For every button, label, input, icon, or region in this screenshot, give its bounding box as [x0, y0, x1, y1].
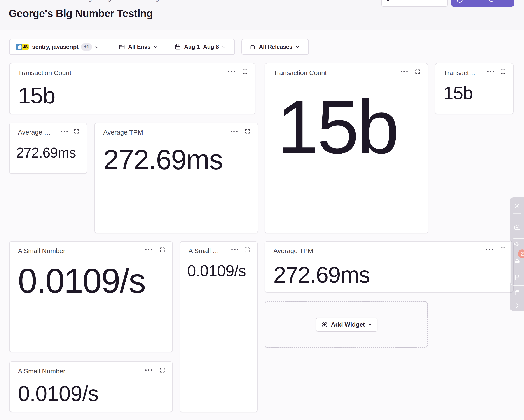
widget-menu-icon[interactable]: [60, 130, 68, 132]
widget-expand-icon[interactable]: [73, 128, 80, 134]
widget-menu-icon[interactable]: [487, 71, 495, 73]
widget-title: Transact…: [444, 69, 475, 77]
widget-value: 0.0109/s: [18, 263, 145, 298]
project-overflow-badge: +1: [81, 43, 92, 51]
date-range-label: Aug 1–Aug 8: [184, 44, 219, 50]
widget-title: A Small …: [189, 247, 219, 255]
widget-menu-icon[interactable]: [145, 249, 153, 251]
widget-menu-icon[interactable]: [230, 130, 238, 132]
widget-average-tpm-2[interactable]: Average TPM 272.69ms: [265, 241, 514, 293]
page-title: George's Big Number Testing: [9, 8, 153, 19]
close-icon[interactable]: [514, 202, 521, 210]
project-filter[interactable]: JS sentry, javascript +1: [10, 39, 113, 54]
widget-value: 0.0109/s: [187, 263, 246, 279]
widget-transaction-count-3[interactable]: Transact… 15b: [435, 63, 514, 114]
widget-title: Average TPM: [103, 129, 143, 136]
widget-expand-icon[interactable]: [242, 69, 248, 75]
chevron-down-icon: [295, 45, 300, 49]
box-icon: [249, 44, 256, 50]
play-icon[interactable]: [514, 302, 521, 309]
widget-expand-icon[interactable]: [244, 247, 250, 253]
widget-average-tpm-1[interactable]: Average TPM 272.69ms: [95, 122, 258, 233]
widget-value: 15b: [444, 84, 473, 102]
edit-dashboard-button[interactable]: [381, 0, 448, 7]
widget-expand-icon[interactable]: [415, 69, 421, 75]
widget-small-number-3[interactable]: A Small Number 0.0109/s: [9, 361, 173, 412]
widget-expand-icon[interactable]: [245, 128, 251, 134]
chevron-down-icon: [153, 45, 158, 49]
megaphone-icon[interactable]: [514, 240, 521, 248]
widget-menu-icon[interactable]: [400, 71, 408, 73]
environment-filter[interactable]: All Envs: [113, 39, 168, 54]
flag-icon[interactable]: [514, 273, 521, 281]
widget-expand-icon[interactable]: [500, 69, 506, 75]
javascript-icon: JS: [22, 44, 29, 50]
widget-value: 272.69ms: [103, 146, 223, 174]
widget-value: 15b: [18, 84, 55, 107]
widget-value: 272.69ms: [16, 146, 76, 160]
widget-title: Transaction Count: [18, 69, 71, 77]
toolbox-icon[interactable]: [514, 224, 521, 231]
widget-title: A Small Number: [18, 368, 65, 375]
widget-transaction-count-1[interactable]: Transaction Count 15b: [9, 63, 255, 114]
widget-title: Average …: [18, 129, 50, 136]
add-widget-button[interactable]: Add Widget: [316, 318, 377, 332]
chevron-down-icon: [368, 323, 372, 327]
widget-title: Average TPM: [273, 247, 313, 255]
widget-value: 272.69ms: [273, 263, 370, 286]
plus-circle-icon: [321, 321, 328, 328]
calendar-icon: [175, 44, 181, 50]
siren-icon[interactable]: [514, 257, 521, 264]
dashboard-page: { "header": { "breadcrumb": "Dashboards …: [0, 0, 524, 420]
widget-title: A Small Number: [18, 247, 65, 255]
widget-menu-icon[interactable]: [231, 249, 239, 251]
widget-transaction-count-2[interactable]: Transaction Count 15b: [265, 63, 428, 233]
widget-title: Transaction Count: [273, 69, 327, 77]
add-widget-label: Add Widget: [331, 321, 365, 328]
primary-action-button[interactable]: [451, 0, 514, 7]
project-filter-label: sentry, javascript: [32, 44, 79, 50]
button-icon: [457, 0, 463, 3]
breadcrumb[interactable]: Dashboards / George's Big Number Testing: [33, 0, 159, 2]
window-icon: [119, 44, 125, 50]
chevron-down-icon: [95, 45, 99, 49]
button-glyph: [489, 0, 494, 2]
release-filter-label: All Releases: [259, 44, 292, 50]
environment-filter-label: All Envs: [128, 44, 151, 50]
date-range-filter[interactable]: Aug 1–Aug 8: [168, 39, 235, 54]
toolbar-divider: [513, 213, 521, 214]
filter-bar: JS sentry, javascript +1 All Envs Aug 1–…: [9, 39, 235, 55]
widget-expand-icon[interactable]: [500, 247, 506, 253]
widget-value: 15b: [277, 89, 398, 165]
archive-icon[interactable]: [514, 289, 521, 297]
widget-expand-icon[interactable]: [159, 367, 165, 373]
widget-small-number-2[interactable]: A Small … 0.0109/s: [180, 241, 258, 412]
widget-average-small[interactable]: Average … 272.69ms: [9, 122, 87, 174]
widget-menu-icon[interactable]: [486, 249, 493, 251]
widget-menu-icon[interactable]: [145, 369, 153, 371]
release-filter[interactable]: All Releases: [241, 39, 309, 55]
chevron-down-icon: [222, 45, 226, 49]
widget-expand-icon[interactable]: [159, 247, 165, 253]
widget-menu-icon[interactable]: [227, 71, 235, 73]
widget-value: 0.0109/s: [18, 383, 98, 404]
widget-small-number-1[interactable]: A Small Number 0.0109/s: [9, 241, 173, 352]
page-header: Dashboards / George's Big Number Testing…: [0, 0, 524, 30]
pencil-icon: [386, 0, 392, 2]
